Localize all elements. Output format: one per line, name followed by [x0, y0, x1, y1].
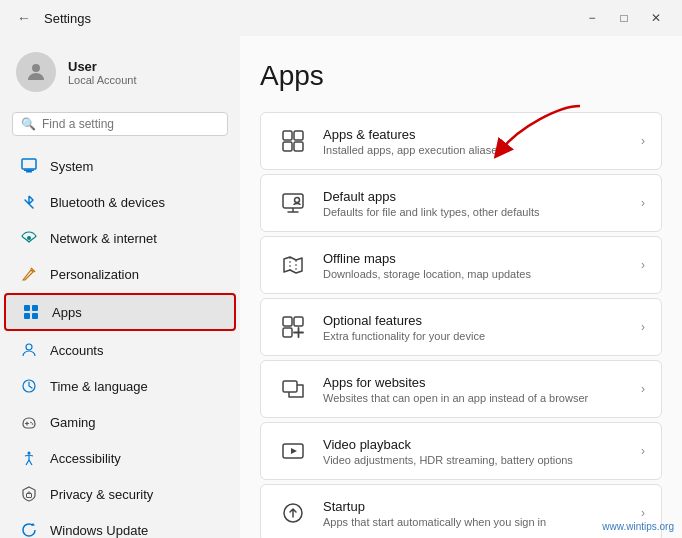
startup-text: Startup Apps that start automatically wh… [323, 499, 627, 528]
user-name: User [68, 59, 137, 74]
privacy-icon [20, 485, 38, 503]
apps-websites-icon [277, 373, 309, 405]
minimize-button[interactable]: − [578, 8, 606, 28]
network-label: Network & internet [50, 231, 157, 246]
offline-maps-title: Offline maps [323, 251, 627, 266]
svg-point-20 [295, 198, 300, 203]
personalization-icon [20, 265, 38, 283]
apps-features-title: Apps & features [323, 127, 627, 142]
video-playback-icon [277, 435, 309, 467]
optional-features-desc: Extra functionality for your device [323, 330, 627, 342]
bluetooth-label: Bluetooth & devices [50, 195, 165, 210]
nav-item-privacy[interactable]: Privacy & security [4, 477, 236, 511]
bluetooth-icon [20, 193, 38, 211]
svg-rect-6 [32, 305, 38, 311]
default-apps-icon [277, 187, 309, 219]
system-label: System [50, 159, 93, 174]
optional-features-title: Optional features [323, 313, 627, 328]
nav-item-apps[interactable]: Apps [4, 293, 236, 331]
svg-point-9 [26, 344, 32, 350]
svg-rect-17 [283, 142, 292, 151]
window-title: Settings [44, 11, 91, 26]
svg-point-12 [32, 423, 34, 425]
settings-item-offline-maps[interactable]: Offline maps Downloads, storage location… [260, 236, 662, 294]
accounts-icon [20, 341, 38, 359]
time-label: Time & language [50, 379, 148, 394]
svg-rect-21 [283, 317, 292, 326]
video-playback-desc: Video adjustments, HDR streaming, batter… [323, 454, 627, 466]
nav-item-network[interactable]: Network & internet [4, 221, 236, 255]
optional-features-chevron: › [641, 320, 645, 334]
title-bar: ← Settings − □ ✕ [0, 0, 682, 36]
accessibility-label: Accessibility [50, 451, 121, 466]
default-apps-chevron: › [641, 196, 645, 210]
content-area: Apps Apps & features Installed apps, app… [240, 36, 682, 538]
svg-point-13 [28, 452, 31, 455]
search-input[interactable] [42, 117, 219, 131]
svg-point-4 [27, 236, 31, 240]
nav-item-bluetooth[interactable]: Bluetooth & devices [4, 185, 236, 219]
svg-rect-16 [294, 131, 303, 140]
apps-features-desc: Installed apps, app execution aliases [323, 144, 627, 156]
apps-features-icon [277, 125, 309, 157]
svg-rect-24 [283, 381, 297, 392]
page-title: Apps [260, 60, 662, 92]
nav-item-gaming[interactable]: Gaming [4, 405, 236, 439]
user-subtitle: Local Account [68, 74, 137, 86]
startup-title: Startup [323, 499, 627, 514]
accessibility-icon [20, 449, 38, 467]
svg-rect-18 [294, 142, 303, 151]
user-profile: User Local Account [0, 44, 240, 108]
optional-features-icon [277, 311, 309, 343]
accounts-label: Accounts [50, 343, 103, 358]
network-icon [20, 229, 38, 247]
settings-item-apps-features[interactable]: Apps & features Installed apps, app exec… [260, 112, 662, 170]
close-button[interactable]: ✕ [642, 8, 670, 28]
video-playback-title: Video playback [323, 437, 627, 452]
offline-maps-text: Offline maps Downloads, storage location… [323, 251, 627, 280]
svg-rect-14 [27, 494, 32, 498]
offline-maps-chevron: › [641, 258, 645, 272]
settings-item-optional-features[interactable]: Optional features Extra functionality fo… [260, 298, 662, 356]
personalization-label: Personalization [50, 267, 139, 282]
avatar [16, 52, 56, 92]
back-button[interactable]: ← [12, 6, 36, 30]
apps-websites-text: Apps for websites Websites that can open… [323, 375, 627, 404]
svg-rect-3 [24, 170, 34, 172]
watermark: www.wintips.org [602, 521, 674, 532]
sidebar: User Local Account 🔍 System Bluetooth & … [0, 36, 240, 538]
default-apps-title: Default apps [323, 189, 627, 204]
svg-rect-7 [24, 313, 30, 319]
settings-item-apps-websites[interactable]: Apps for websites Websites that can open… [260, 360, 662, 418]
nav-item-personalization[interactable]: Personalization [4, 257, 236, 291]
svg-point-11 [30, 422, 32, 424]
nav-item-accounts[interactable]: Accounts [4, 333, 236, 367]
nav-item-update[interactable]: Windows Update [4, 513, 236, 538]
search-icon: 🔍 [21, 117, 36, 131]
gaming-label: Gaming [50, 415, 96, 430]
nav-item-time[interactable]: Time & language [4, 369, 236, 403]
startup-chevron: › [641, 506, 645, 520]
nav-item-accessibility[interactable]: Accessibility [4, 441, 236, 475]
nav-item-system[interactable]: System [4, 149, 236, 183]
svg-point-0 [32, 64, 40, 72]
search-box[interactable]: 🔍 [12, 112, 228, 136]
svg-rect-2 [26, 171, 32, 173]
apps-websites-title: Apps for websites [323, 375, 627, 390]
startup-desc: Apps that start automatically when you s… [323, 516, 627, 528]
default-apps-text: Default apps Defaults for file and link … [323, 189, 627, 218]
svg-rect-1 [22, 159, 36, 169]
apps-label: Apps [52, 305, 82, 320]
apps-websites-desc: Websites that can open in an app instead… [323, 392, 627, 404]
offline-maps-desc: Downloads, storage location, map updates [323, 268, 627, 280]
settings-item-default-apps[interactable]: Default apps Defaults for file and link … [260, 174, 662, 232]
svg-rect-8 [32, 313, 38, 319]
maximize-button[interactable]: □ [610, 8, 638, 28]
settings-item-video-playback[interactable]: Video playback Video adjustments, HDR st… [260, 422, 662, 480]
apps-features-chevron: › [641, 134, 645, 148]
svg-rect-5 [24, 305, 30, 311]
apps-websites-chevron: › [641, 382, 645, 396]
time-icon [20, 377, 38, 395]
video-playback-text: Video playback Video adjustments, HDR st… [323, 437, 627, 466]
gaming-icon [20, 413, 38, 431]
